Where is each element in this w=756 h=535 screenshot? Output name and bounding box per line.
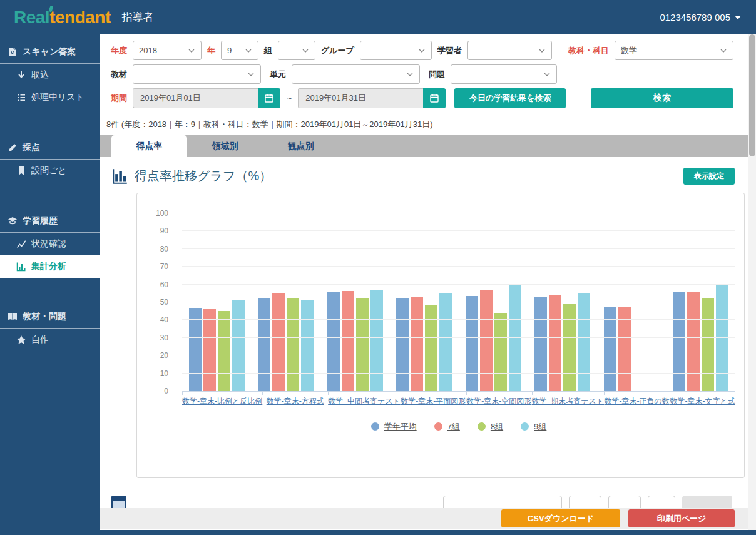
calendar-icon-button[interactable]: [258, 88, 280, 108]
scrollbar-thumb[interactable]: [749, 34, 755, 156]
y-axis-tick-label: 90: [160, 227, 168, 235]
tab-by-domain[interactable]: 領域別: [187, 135, 263, 157]
bar-8組[interactable]: [494, 313, 507, 391]
account-menu[interactable]: 0123456789 005: [660, 12, 741, 23]
question-select[interactable]: [451, 64, 557, 84]
sidebar-item-aggregate-analysis[interactable]: 集計分析: [0, 255, 100, 278]
document-icon: [8, 47, 18, 57]
bar-7組[interactable]: [411, 297, 423, 391]
category-link[interactable]: 数学-章末-文字と式: [670, 397, 735, 405]
axis-tick: [670, 392, 670, 395]
fiscal-year-label: 年度: [111, 45, 127, 56]
legend-label: 9組: [534, 421, 546, 432]
bar-7組[interactable]: [480, 290, 493, 391]
graduation-cap-icon: [8, 216, 18, 226]
bar-学年平均[interactable]: [189, 308, 202, 391]
bar-9組[interactable]: [232, 300, 245, 391]
gridline: [182, 213, 735, 213]
chart-title: 得点率推移グラフ（%）: [135, 168, 272, 185]
period-to-group: 2019年01月31日: [298, 88, 446, 108]
y-axis-tick-label: 60: [160, 280, 168, 289]
period-to-input[interactable]: 2019年01月31日: [298, 88, 423, 108]
bar-学年平均[interactable]: [466, 296, 478, 391]
bar-7組[interactable]: [549, 295, 561, 391]
bar-8組[interactable]: [218, 311, 230, 391]
grade-select[interactable]: 9: [221, 41, 258, 60]
legend-item[interactable]: 8組: [478, 421, 503, 432]
fiscal-year-select[interactable]: 2018: [133, 41, 202, 60]
bar-学年平均[interactable]: [258, 298, 270, 391]
gridline: [182, 266, 735, 267]
book-icon: [8, 312, 18, 322]
partial-button[interactable]: [608, 496, 641, 508]
bar-7組[interactable]: [272, 293, 285, 391]
bar-7組[interactable]: [687, 292, 700, 391]
category-link[interactable]: 数学-章末-比例と反比例: [182, 397, 262, 405]
calendar-icon-button[interactable]: [423, 88, 446, 108]
today-results-search-button[interactable]: 今日の学習結果を検索: [454, 88, 566, 108]
account-number: 0123456789 005: [660, 12, 730, 23]
bar-学年平均[interactable]: [327, 292, 340, 391]
bar-学年平均[interactable]: [534, 297, 547, 391]
bar-group: [459, 213, 528, 391]
bar-7組[interactable]: [342, 291, 354, 391]
sidebar-item-import[interactable]: 取込: [0, 64, 100, 86]
axis-tick: [604, 392, 605, 395]
category-link[interactable]: 数学_中間考査テスト: [328, 397, 401, 405]
sidebar-item-processing-list[interactable]: 処理中リスト: [0, 86, 100, 109]
gridline: [182, 302, 735, 302]
bar-8組[interactable]: [356, 298, 369, 391]
category-link[interactable]: 数学-章末-方程式: [267, 397, 324, 405]
partial-button[interactable]: [648, 496, 675, 508]
chevron-down-icon: [735, 16, 741, 19]
category-link[interactable]: 数学-章末-正負の数: [604, 397, 669, 405]
student-select[interactable]: [467, 41, 552, 60]
tab-by-viewpoint[interactable]: 観点別: [263, 135, 339, 157]
category-link[interactable]: 数学-章末-平面図形: [401, 397, 466, 405]
bar-8組[interactable]: [702, 298, 714, 391]
gridline: [182, 319, 735, 320]
category-link[interactable]: 数学-章末-空間図形: [466, 397, 531, 405]
partial-select-box[interactable]: [443, 496, 562, 508]
bar-8組[interactable]: [425, 305, 437, 391]
bar-学年平均[interactable]: [396, 298, 409, 391]
bar-8組[interactable]: [563, 304, 576, 391]
partial-button[interactable]: [569, 496, 601, 508]
sidebar-item-per-question[interactable]: 設問ごと: [0, 160, 100, 182]
display-settings-button[interactable]: 表示設定: [683, 168, 735, 185]
line-chart-icon: [16, 239, 26, 249]
legend-item[interactable]: 9組: [521, 421, 546, 432]
bar-9組[interactable]: [578, 293, 590, 391]
vertical-scrollbar[interactable]: [748, 34, 756, 530]
category-link[interactable]: 数学_期末考査テスト: [532, 397, 605, 405]
app-logo: Realtendant: [14, 9, 111, 26]
print-page-button[interactable]: 印刷用ページ: [628, 509, 735, 527]
sidebar-item-self-made[interactable]: 自作: [0, 329, 100, 351]
sidebar-item-status-check[interactable]: 状況確認: [0, 233, 100, 255]
bar-8組[interactable]: [287, 298, 299, 391]
y-axis-tick-label: 70: [160, 262, 168, 271]
material-select[interactable]: [133, 64, 261, 84]
class-select[interactable]: [278, 41, 315, 60]
csv-download-button[interactable]: CSVダウンロード: [501, 509, 620, 527]
legend-item[interactable]: 学年平均: [371, 421, 417, 432]
period-from-input[interactable]: 2019年01月01日: [133, 88, 258, 108]
y-axis-tick-label: 30: [160, 334, 168, 342]
search-button[interactable]: 検索: [591, 88, 733, 108]
gridline: [182, 337, 735, 338]
bar-学年平均[interactable]: [673, 292, 685, 391]
bar-9組[interactable]: [370, 290, 383, 391]
next-section-controls-partial: [443, 496, 732, 508]
bar-7組[interactable]: [203, 309, 216, 391]
legend-item[interactable]: 7組: [434, 421, 460, 432]
sidebar-section-label: 教材・問題: [23, 311, 66, 322]
tab-score-rate[interactable]: 得点率: [111, 135, 187, 157]
chart-y-axis: 0102030405060708090100: [146, 213, 175, 391]
bar-9組[interactable]: [301, 300, 314, 391]
bar-9組[interactable]: [439, 293, 452, 391]
group-select[interactable]: [360, 41, 432, 60]
filter-row-1: 年度 2018 年 9 組 グループ: [105, 41, 733, 60]
period-separator: ~: [287, 93, 292, 103]
unit-select[interactable]: [292, 64, 420, 84]
subject-select[interactable]: 数学: [615, 41, 733, 60]
